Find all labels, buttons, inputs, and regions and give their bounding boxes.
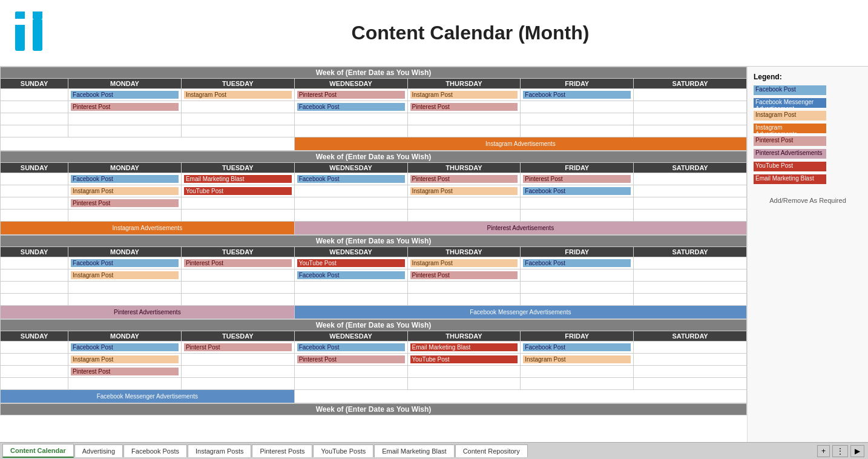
logo	[12, 8, 73, 58]
cell-friday-row2	[521, 113, 634, 125]
day-header-tuesday: TUESDAY	[181, 163, 294, 173]
cell-thursday-row1: Pinterest Post	[407, 269, 521, 282]
day-header-wednesday: WEDNESDAY	[294, 163, 407, 173]
tab-advertising[interactable]: Advertising	[74, 444, 123, 457]
cell-thursday-row0: Email Marketing Blast	[407, 342, 521, 354]
cell-friday-row3	[521, 125, 634, 137]
content-item: Pinterest Post	[184, 259, 292, 267]
app-wrapper: Content Calendar (Month) Week of (Enter …	[0, 0, 868, 459]
title-area: Content Calendar (Month)	[85, 22, 856, 44]
tab-content-calendar[interactable]: Content Calendar	[2, 444, 74, 458]
tab-pinterest-posts[interactable]: Pinterest Posts	[252, 444, 312, 457]
cell-saturday-row2	[634, 113, 747, 125]
cell-tuesday-row3	[181, 210, 294, 222]
svg-rect-6	[42, 19, 58, 25]
week-block-0: Week of (Enter Date as You Wish)SUNDAYMO…	[0, 67, 747, 151]
cell-monday-row0: Facebook Post	[68, 89, 182, 101]
tab-email-marketing-blast[interactable]: Email Marketing Blast	[374, 444, 454, 457]
content-item: Instagram Post	[71, 271, 179, 279]
content-item: Facebook Post	[297, 175, 405, 183]
cell-saturday-row2	[634, 197, 747, 210]
cell-sunday-row3	[1, 125, 68, 137]
content-item: Pinterest Post	[410, 103, 518, 111]
cell-saturday-row3	[634, 210, 747, 222]
day-header-sunday: SUNDAY	[1, 79, 68, 89]
content-item: Instagram Post	[71, 187, 179, 195]
cell-wednesday-row1: Pinterest Post	[294, 354, 407, 366]
cell-wednesday-row3	[294, 378, 407, 390]
week-header-1: Week of (Enter Date as You Wish)	[1, 151, 747, 163]
cell-friday-row1	[521, 101, 634, 113]
cell-saturday-row0	[634, 173, 747, 185]
cell-thursday-row1: Instagram Post	[407, 185, 521, 197]
cell-saturday-row3	[634, 378, 747, 390]
content-item: Facebook Post	[297, 271, 405, 279]
day-header-sunday: SUNDAY	[1, 163, 68, 173]
legend-item: Facebook Post	[754, 85, 862, 96]
cell-friday-row3	[521, 210, 634, 222]
ad-right: Instagram Advertisements	[294, 137, 746, 151]
content-item: Pinterest Post	[297, 355, 405, 363]
content-item: Instagram Post	[184, 91, 292, 99]
week-table-2: Week of (Enter Date as You Wish)SUNDAYMO…	[0, 235, 747, 319]
cell-sunday-row0	[1, 342, 68, 354]
cell-sunday-row2	[1, 113, 68, 125]
week5-header: Week of (Enter Date as You Wish)	[1, 404, 747, 415]
cell-wednesday-row1: Facebook Post	[294, 269, 407, 282]
ad-left	[1, 137, 295, 151]
tab-youtube-posts[interactable]: YouTube Posts	[313, 444, 373, 457]
content-item: Instagram Post	[410, 259, 518, 267]
cell-saturday-row1	[634, 185, 747, 197]
calendar-main[interactable]: Week of (Enter Date as You Wish)SUNDAYMO…	[0, 67, 747, 442]
content-item: Facebook Post	[523, 259, 631, 267]
cell-wednesday-row3	[294, 210, 407, 222]
cell-friday-row0: Facebook Post	[521, 257, 634, 269]
calendar-container: Week of (Enter Date as You Wish)SUNDAYMO…	[0, 67, 868, 442]
cell-wednesday-row0: Pinterest Post	[294, 89, 407, 101]
cell-sunday-row0	[1, 89, 68, 101]
legend-item: Email Marketing Blast	[754, 174, 862, 185]
ad-row-3: Facebook Messenger Advertisements	[1, 390, 747, 403]
cell-wednesday-row2	[294, 113, 407, 125]
cell-thursday-row0: Instagram Post	[407, 257, 521, 269]
legend-item: Instagram Post	[754, 110, 862, 121]
legend-items: Facebook PostFacebook Messenger Advertis…	[754, 85, 862, 185]
cell-friday-row1	[521, 269, 634, 282]
cell-saturday-row0	[634, 89, 747, 101]
sheet-nav-button[interactable]: ⋮	[832, 445, 848, 457]
week-table-3: Week of (Enter Date as You Wish)SUNDAYMO…	[0, 319, 747, 403]
content-item: Facebook Post	[71, 175, 179, 183]
day-header-monday: MONDAY	[68, 79, 182, 89]
tab-content-repository[interactable]: Content Repository	[455, 444, 528, 457]
cell-monday-row3	[68, 378, 182, 390]
cell-wednesday-row0: Facebook Post	[294, 173, 407, 185]
cell-thursday-row0: Pinterest Post	[407, 173, 521, 185]
cell-monday-row2	[68, 113, 182, 125]
ad-left: Instagram Advertisements	[1, 222, 295, 235]
ad-right	[294, 390, 746, 403]
tab-facebook-posts[interactable]: Facebook Posts	[123, 444, 187, 457]
week-header-2: Week of (Enter Date as You Wish)	[1, 236, 747, 247]
cell-friday-row0: Pinterest Post	[521, 173, 634, 185]
cell-friday-row2	[521, 366, 634, 378]
cell-friday-row2	[521, 282, 634, 294]
tab-instagram-posts[interactable]: Instagram Posts	[188, 444, 251, 457]
content-item: Pinterest Post	[71, 368, 179, 375]
cell-friday-row2	[521, 197, 634, 210]
cell-monday-row1: Pinterest Post	[68, 101, 182, 113]
cell-sunday-row1	[1, 354, 68, 366]
cell-wednesday-row1	[294, 185, 407, 197]
ad-row-1: Instagram AdvertisementsPinterest Advert…	[1, 222, 747, 235]
add-sheet-button[interactable]: +	[817, 445, 830, 457]
tab-bar: Content CalendarAdvertisingFacebook Post…	[0, 442, 868, 459]
scroll-right-button[interactable]: ▶	[850, 445, 864, 457]
cell-tuesday-row1	[181, 101, 294, 113]
cell-thursday-row0: Instagram Post	[407, 89, 521, 101]
cell-monday-row3	[68, 294, 182, 306]
cell-saturday-row1	[634, 101, 747, 113]
content-item: Pinterst Post	[184, 343, 292, 351]
content-item: Facebook Post	[297, 103, 405, 111]
cell-saturday-row3	[634, 294, 747, 306]
content-item: Pinterest Post	[71, 199, 179, 207]
cell-wednesday-row2	[294, 366, 407, 378]
